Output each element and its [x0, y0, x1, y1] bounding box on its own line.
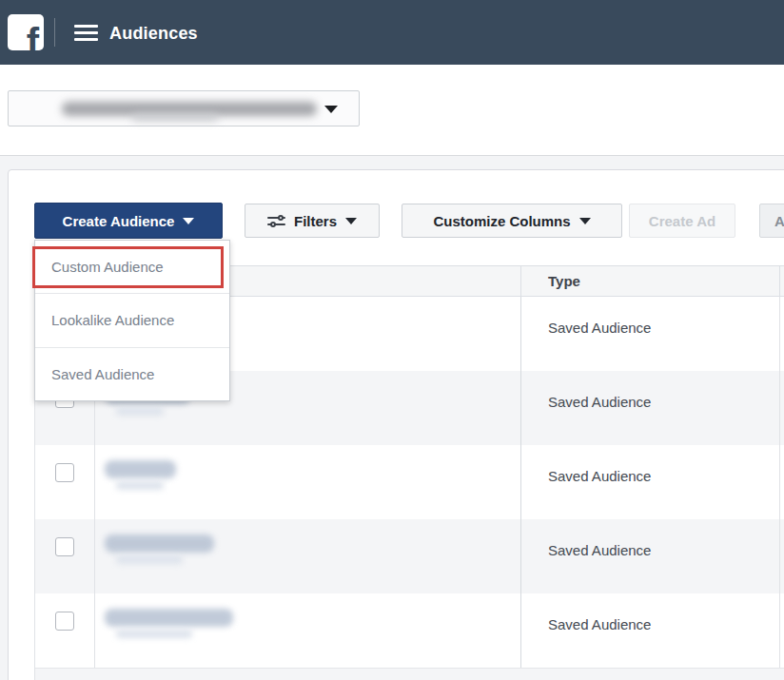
customize-columns-button[interactable]: Customize Columns [402, 204, 622, 238]
actions-button-partial[interactable]: A [759, 204, 784, 238]
chevron-down-icon [324, 106, 338, 113]
customize-columns-label: Customize Columns [433, 213, 570, 229]
chevron-down-icon [579, 218, 591, 224]
table-row[interactable]: Saved Audience [35, 593, 784, 668]
filters-button[interactable]: Filters [245, 204, 380, 238]
ad-account-selector[interactable] [8, 90, 360, 126]
filter-sliders-icon [267, 214, 285, 228]
audiences-card: Create Audience Filters Customize Column… [8, 169, 784, 680]
account-subtext-redacted [132, 114, 218, 121]
audiences-page: f Audiences Create Audience Filters Cust… [0, 0, 784, 680]
type-column-label: Type [548, 273, 580, 289]
facebook-logo-icon[interactable]: f [8, 14, 44, 50]
chevron-down-icon [345, 218, 357, 224]
create-audience-label: Create Audience [63, 213, 175, 229]
menu-item-saved-audience[interactable]: Saved Audience [35, 348, 229, 400]
create-ad-label: Create Ad [649, 213, 715, 229]
audience-name-redacted [105, 609, 233, 627]
audience-name-redacted [105, 460, 176, 478]
audience-type: Saved Audience [548, 320, 651, 336]
audience-type: Saved Audience [548, 616, 651, 632]
type-column-header: Type [521, 266, 780, 296]
table-row[interactable]: Saved Audience [35, 445, 784, 519]
audience-type: Saved Audience [548, 394, 651, 410]
menu-item-custom-audience[interactable]: Custom Audience [35, 241, 229, 294]
menu-item-lookalike-audience[interactable]: Lookalike Audience [35, 294, 229, 347]
hamburger-menu-icon[interactable] [74, 25, 98, 41]
filters-label: Filters [294, 213, 337, 229]
row-checkbox[interactable] [55, 463, 74, 482]
audience-name-redacted [105, 534, 214, 553]
chevron-down-icon [183, 218, 194, 224]
row-checkbox[interactable] [55, 612, 74, 631]
audience-type: Saved Audience [548, 468, 651, 484]
header-divider [54, 18, 55, 47]
create-audience-dropdown-menu: Custom Audience Lookalike Audience Saved… [34, 240, 230, 401]
app-header: f Audiences [0, 0, 784, 65]
audience-type: Saved Audience [548, 542, 651, 558]
create-audience-button[interactable]: Create Audience [34, 203, 223, 239]
table-row[interactable]: Saved Audience [35, 519, 784, 593]
table-row-partial [35, 668, 784, 680]
row-checkbox[interactable] [55, 537, 74, 556]
create-ad-button: Create Ad [629, 204, 735, 238]
actions-label-partial: A [774, 213, 784, 229]
page-title: Audiences [109, 24, 198, 44]
